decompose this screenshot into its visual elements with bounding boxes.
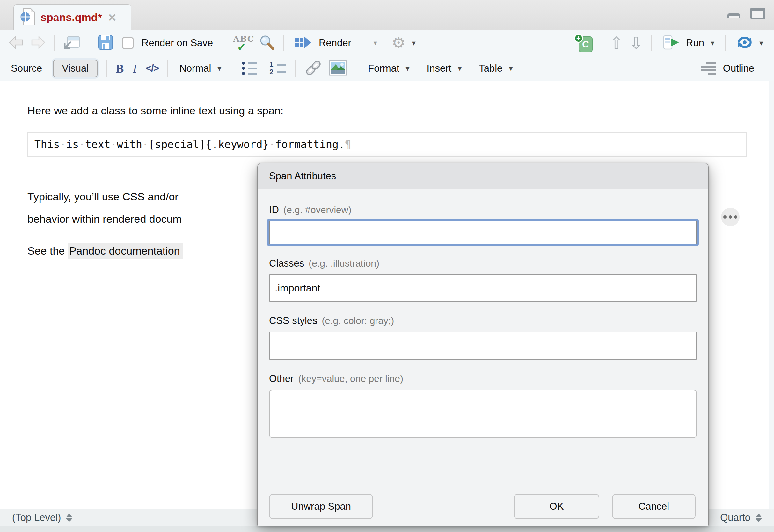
other-hint: (key=value, one per line) [298, 373, 403, 384]
toolbar-separator [651, 35, 652, 51]
inline-code-button[interactable]: </> [146, 62, 158, 74]
chevron-down-icon: ▾ [406, 64, 410, 73]
dialog-title[interactable]: Span Attributes [257, 163, 708, 189]
outline-level-label: (Top Level) [12, 512, 61, 523]
minimize-icon[interactable] [726, 7, 741, 21]
highlighted-link-text[interactable]: Pandoc documentation [68, 243, 183, 259]
other-label: Other(key=value, one per line) [269, 373, 697, 385]
chevron-down-icon: ▾ [217, 64, 221, 73]
outline-label: Outline [723, 63, 754, 74]
close-icon[interactable]: × [108, 13, 116, 22]
go-next-section-icon[interactable]: ⇩ [629, 35, 643, 51]
run-label: Run [686, 37, 704, 49]
toolbar-separator [725, 35, 726, 51]
gear-icon: ⚙ [392, 35, 406, 51]
search-icon[interactable] [258, 34, 275, 52]
source-mode-button[interactable]: Source [11, 63, 42, 74]
classes-label: Classes(e.g. .illustration) [269, 258, 697, 269]
format-menu-label: Format [368, 63, 399, 74]
table-menu[interactable]: Table ▾ [476, 61, 515, 76]
toolbar-separator [167, 60, 168, 77]
numbered-list-icon[interactable]: 1 2 [269, 62, 286, 75]
run-icon [662, 34, 680, 52]
back-icon[interactable] [8, 35, 24, 51]
toolbar-separator [283, 35, 284, 51]
rerun-sync-icon [736, 35, 753, 51]
outline-toggle[interactable]: Outline [699, 60, 757, 77]
spellcheck-check: ✓ [237, 40, 246, 54]
cancel-button[interactable]: Cancel [612, 494, 696, 519]
paragraph: Here we add a class to some inline text … [27, 104, 774, 117]
save-icon[interactable] [98, 34, 113, 52]
css-styles-input[interactable] [269, 332, 697, 360]
classes-hint: (e.g. .illustration) [308, 258, 379, 269]
format-menu[interactable]: Format ▾ [365, 61, 412, 76]
forward-icon[interactable] [30, 35, 46, 51]
chevron-down-icon[interactable]: ▾ [373, 39, 377, 47]
insert-menu[interactable]: Insert ▾ [424, 61, 465, 76]
rerun-button[interactable]: ▾ [734, 33, 766, 53]
render-on-save-label: Render on Save [141, 37, 213, 49]
tab-bar: spans.qmd* × [0, 0, 774, 30]
outline-level-selector[interactable]: (Top Level) [12, 512, 72, 523]
tab-title: spans.qmd* [40, 11, 102, 24]
visual-mode-button[interactable]: Visual [53, 60, 98, 77]
id-input[interactable] [269, 221, 697, 244]
paragraph-style-select[interactable]: Normal ▾ [177, 61, 224, 76]
insert-chunk-icon[interactable]: C+ [574, 34, 593, 52]
outline-icon [701, 62, 716, 75]
bold-button[interactable]: B [116, 61, 124, 75]
paragraph-style-value: Normal [179, 63, 211, 74]
paragraph-text: See the [27, 245, 68, 257]
css-styles-hint: (e.g. color: gray;) [322, 315, 394, 326]
tab-spans-qmd[interactable]: spans.qmd* × [13, 4, 131, 30]
render-label: Render [319, 37, 351, 49]
popout-icon[interactable] [63, 34, 81, 52]
table-menu-label: Table [479, 63, 503, 74]
chevron-down-icon: ▾ [458, 64, 462, 73]
ok-button[interactable]: OK [514, 494, 599, 519]
render-on-save-toggle[interactable]: Render on Save [119, 35, 215, 51]
format-toolbar: Source Visual B I </> Normal ▾ 1 2 [0, 56, 774, 81]
file-type-label: Quarto [720, 512, 750, 523]
toolbar-separator [601, 35, 601, 51]
code-line: This·is·text·with·[special]{.keyword}·fo… [34, 138, 351, 151]
render-button[interactable]: Render [292, 33, 354, 53]
unwrap-span-button[interactable]: Unwrap Span [269, 494, 373, 519]
stepper-icon [756, 514, 762, 522]
italic-button[interactable]: I [133, 61, 137, 75]
more-options-button[interactable] [721, 208, 740, 226]
toolbar-separator [356, 60, 356, 77]
code-block[interactable]: This·is·text·with·[special]{.keyword}·fo… [27, 132, 747, 157]
other-input[interactable] [269, 390, 697, 438]
chevron-down-icon: ▾ [412, 39, 416, 47]
maximize-icon[interactable] [750, 7, 766, 21]
image-icon[interactable] [329, 60, 347, 77]
toolbar-separator [106, 60, 107, 77]
insert-menu-label: Insert [427, 63, 452, 74]
chevron-down-icon: ▾ [509, 64, 513, 73]
render-options-button[interactable]: ⚙ ▾ [389, 33, 418, 53]
render-on-save-checkbox[interactable] [122, 37, 134, 49]
render-icon [294, 35, 312, 51]
link-icon[interactable] [304, 60, 322, 77]
toolbar-separator [233, 60, 233, 77]
bullet-list-icon[interactable] [242, 62, 257, 75]
classes-input[interactable] [269, 274, 697, 302]
scrollbar-track[interactable] [769, 81, 774, 509]
stepper-icon [66, 514, 72, 522]
css-styles-label: CSS styles(e.g. color: gray;) [269, 315, 697, 327]
window-edge [0, 526, 774, 532]
file-type-selector[interactable]: Quarto [720, 512, 762, 523]
span-attributes-dialog: Span Attributes ID(e.g. #overview) Class… [257, 163, 709, 526]
quarto-file-icon [20, 8, 35, 27]
source-toolbar: Render on Save ABC ✓ Render ▾ ⚙ ▾ C [0, 30, 774, 56]
spellcheck-icon[interactable]: ABC ✓ [232, 34, 253, 52]
toolbar-separator [224, 35, 224, 51]
id-label: ID(e.g. #overview) [269, 204, 697, 216]
go-previous-section-icon[interactable]: ⇧ [610, 35, 624, 51]
chevron-down-icon: ▾ [711, 39, 714, 47]
run-button[interactable]: Run ▾ [660, 32, 717, 54]
id-hint: (e.g. #overview) [283, 205, 351, 215]
toolbar-separator [295, 60, 295, 77]
